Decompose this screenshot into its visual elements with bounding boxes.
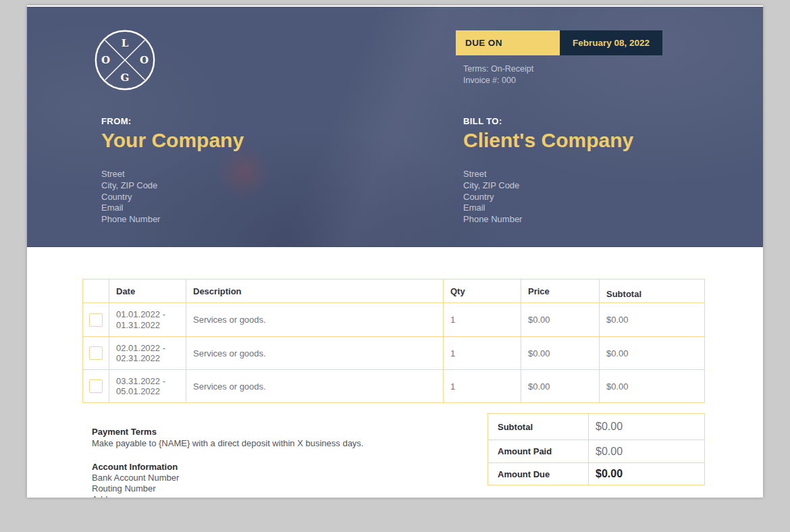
invoice-number-line: Invoice #: 000 xyxy=(463,75,533,86)
date-range-start: 03.31.2022 - xyxy=(116,376,186,387)
amount-due-label: Amount Due xyxy=(488,463,589,485)
canvas-background: { "theme": { "canvas_bg": "#cbcbcb", "he… xyxy=(0,0,790,532)
row-checkbox[interactable] xyxy=(89,379,103,393)
address-line: Country xyxy=(463,192,633,203)
totals-row-amount-paid: Amount Paid $0.00 xyxy=(488,440,705,463)
from-label: FROM: xyxy=(101,116,244,127)
cell-qty: 1 xyxy=(444,337,521,370)
from-company-name: Your Company xyxy=(101,128,244,153)
cell-description: Services or goods. xyxy=(186,337,444,370)
company-logo: L O O G xyxy=(94,29,156,91)
qty-column-header: Qty xyxy=(444,280,521,303)
address-line: Email xyxy=(101,203,244,214)
payment-terms-section: Payment Terms Make payable to {NAME} wit… xyxy=(92,426,470,498)
invoice-page: L O O G DUE ON February 08, 2022 Terms: … xyxy=(27,5,763,498)
address-line: Phone Number xyxy=(101,214,244,225)
cell-description: Services or goods. xyxy=(186,370,444,403)
item-row: 03.31.2022 - 05.01.2022 Services or good… xyxy=(83,370,705,403)
cell-description: Services or goods. xyxy=(186,303,444,337)
amount-due-value: $0.00 xyxy=(589,463,705,485)
terms-line: Terms: On-Receipt xyxy=(463,63,533,75)
date-range-end: 01.31.2022 xyxy=(116,320,186,331)
date-range-start: 02.01.2022 - xyxy=(116,343,186,354)
cell-qty: 1 xyxy=(444,370,521,403)
account-information-title: Account Information xyxy=(92,461,470,473)
subtotal-column-header: Subtotal xyxy=(600,280,705,303)
bill-to-block: BILL TO: Client's Company Street City, Z… xyxy=(463,116,633,225)
subtotal-value: $0.00 xyxy=(589,414,705,440)
cell-date: 01.01.2022 - 01.31.2022 xyxy=(109,303,186,337)
cell-subtotal: $0.00 xyxy=(600,303,705,337)
date-range-end: 02.31.2022 xyxy=(116,353,186,364)
cell-qty: 1 xyxy=(444,303,521,337)
item-row: 02.01.2022 - 02.31.2022 Services or good… xyxy=(83,337,705,370)
date-range-start: 01.01.2022 - xyxy=(116,309,186,320)
cell-subtotal: $0.00 xyxy=(600,370,705,403)
cell-price: $0.00 xyxy=(521,337,600,370)
select-column-header xyxy=(83,280,109,303)
date-column-header: Date xyxy=(109,280,186,303)
address-line: Country xyxy=(101,192,244,203)
payment-terms-title: Payment Terms xyxy=(92,426,470,437)
routing-number-line: Routing Number xyxy=(92,483,470,494)
from-address: Street City, ZIP Code Country Email Phon… xyxy=(101,169,244,225)
due-banner: DUE ON February 08, 2022 xyxy=(456,30,662,55)
cell-select xyxy=(83,337,109,370)
address-line: City, ZIP Code xyxy=(101,180,244,192)
logo-letter: O xyxy=(101,54,110,66)
address-line: Phone Number xyxy=(463,214,633,225)
amount-paid-value: $0.00 xyxy=(589,440,705,463)
cell-price: $0.00 xyxy=(521,303,600,337)
invoice-meta: Terms: On-Receipt Invoice #: 000 xyxy=(463,63,533,86)
bank-account-number-line: Bank Account Number xyxy=(92,473,470,483)
cell-date: 03.31.2022 - 05.01.2022 xyxy=(109,370,186,403)
cell-date: 02.01.2022 - 02.31.2022 xyxy=(109,337,186,370)
address-line: Street xyxy=(101,169,244,180)
items-header-row: Date Description Qty Price Subtotal xyxy=(83,280,705,303)
logo-letter: O xyxy=(140,54,149,66)
from-block: FROM: Your Company Street City, ZIP Code… xyxy=(101,116,244,225)
cell-select xyxy=(83,370,109,403)
amount-paid-label: Amount Paid xyxy=(488,440,589,463)
cell-price: $0.00 xyxy=(521,370,600,403)
address-line: City, ZIP Code xyxy=(463,180,633,192)
items-table: Date Description Qty Price Subtotal 01.0… xyxy=(82,279,705,403)
row-checkbox[interactable] xyxy=(89,313,103,327)
due-on-label: DUE ON xyxy=(456,30,560,55)
description-column-header: Description xyxy=(186,280,444,303)
item-row: 01.01.2022 - 01.31.2022 Services or good… xyxy=(83,303,705,337)
totals-row-subtotal: Subtotal $0.00 xyxy=(488,414,705,440)
address-line: Address xyxy=(92,494,470,498)
row-checkbox[interactable] xyxy=(89,346,103,360)
totals-row-amount-due: Amount Due $0.00 xyxy=(488,463,705,485)
bill-to-label: BILL TO: xyxy=(463,116,633,127)
cell-select xyxy=(83,303,109,337)
bill-to-address: Street City, ZIP Code Country Email Phon… xyxy=(463,169,633,225)
logo-letter: G xyxy=(121,72,130,84)
due-date-value: February 08, 2022 xyxy=(560,30,662,55)
date-range-end: 05.01.2022 xyxy=(116,386,186,397)
cell-subtotal: $0.00 xyxy=(600,337,705,370)
price-column-header: Price xyxy=(521,280,600,303)
address-line: Email xyxy=(463,203,633,214)
logo-letter: L xyxy=(122,37,129,49)
invoice-header: L O O G DUE ON February 08, 2022 Terms: … xyxy=(27,7,763,247)
bill-to-company-name: Client's Company xyxy=(463,128,633,153)
subtotal-label: Subtotal xyxy=(488,414,589,440)
totals-table: Subtotal $0.00 Amount Paid $0.00 Amount … xyxy=(488,413,705,485)
payment-terms-body: Make payable to {NAME} with a direct dep… xyxy=(92,437,470,449)
address-line: Street xyxy=(463,169,633,180)
